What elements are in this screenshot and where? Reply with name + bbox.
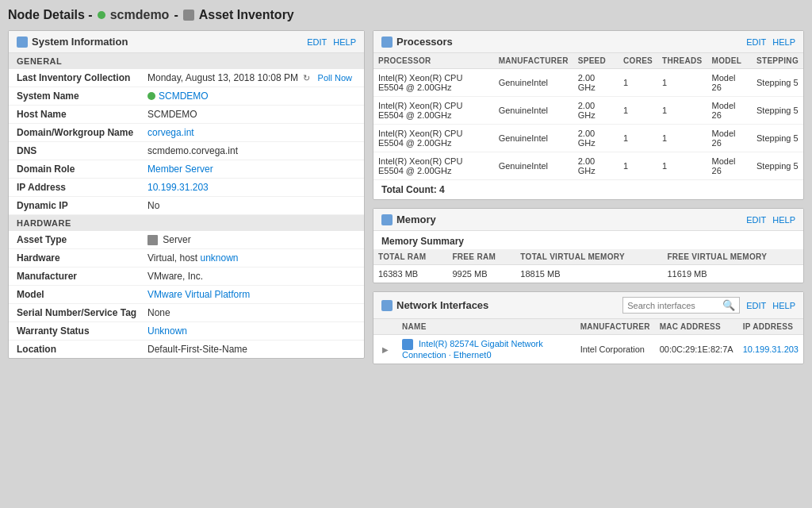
title-text: Node Details -: [8, 8, 93, 22]
asset-type-row: Asset Type Server: [9, 231, 364, 249]
network-edit[interactable]: EDIT: [746, 301, 766, 310]
total-virtual-value: 18815 MB: [515, 265, 662, 283]
total-ram-value: 16383 MB: [373, 265, 447, 283]
last-inventory-row: Last Inventory Collection Monday, August…: [9, 69, 364, 87]
col-stepping: STEPPING: [752, 53, 803, 69]
network-header-row: NAME MANUFACTURER MAC ADDRESS IP ADDRESS: [373, 319, 803, 335]
hardware-link[interactable]: unknown: [200, 252, 238, 264]
right-panel: Processors EDIT HELP PROCESSOR MANUFACTU…: [373, 30, 804, 364]
col-name: [373, 319, 397, 335]
network-mac: 00:0C:29:1E:82:7A: [655, 335, 738, 364]
search-icon: 🔍: [722, 299, 735, 311]
network-search-box[interactable]: 🔍: [622, 297, 740, 314]
dns-value: scmdemo.corvega.int: [147, 145, 356, 156]
processors-help[interactable]: HELP: [772, 37, 795, 47]
memory-title: Memory: [381, 214, 436, 225]
processor-speed: 2.00 GHz: [573, 97, 619, 125]
processors-table: PROCESSOR MANUFACTURER SPEED CORES THREA…: [373, 53, 803, 179]
warranty-label: Warranty Status: [17, 325, 147, 337]
system-info-header: System Information EDIT HELP: [9, 31, 364, 53]
section-name: Asset Inventory: [199, 8, 294, 22]
network-title: Network Interfaces: [381, 299, 488, 311]
memory-data-row: 16383 MB 9925 MB 18815 MB 11619 MB: [373, 265, 803, 283]
processor-name: Intel(R) Xeon(R) CPU E5504 @ 2.00GHz: [373, 152, 494, 180]
memory-header-row: TOTAL RAM FREE RAM TOTAL VIRTUAL MEMORY …: [373, 249, 803, 265]
ip-address-value[interactable]: 10.199.31.203: [147, 182, 356, 193]
serial-label: Serial Number/Service Tag: [17, 307, 147, 318]
col-free-ram: FREE RAM: [447, 249, 515, 265]
processor-stepping: Stepping 5: [752, 69, 803, 97]
host-name-row: Host Name SCMDEMO: [9, 106, 364, 124]
col-threads: THREADS: [657, 53, 707, 69]
free-ram-value: 9925 MB: [447, 265, 515, 283]
col-mac: MAC ADDRESS: [655, 319, 738, 335]
table-row: Intel(R) Xeon(R) CPU E5504 @ 2.00GHz Gen…: [373, 97, 803, 125]
col-total-ram: TOTAL RAM: [373, 249, 447, 265]
domain-value[interactable]: corvega.int: [147, 127, 356, 138]
processor-stepping: Stepping 5: [752, 125, 803, 152]
col-net-manufacturer: MANUFACTURER: [576, 319, 655, 335]
asset-type-label: Asset Type: [17, 234, 147, 245]
poll-now-link[interactable]: Poll Now: [318, 73, 352, 83]
network-interface-icon: [402, 339, 413, 350]
network-icon: [381, 300, 393, 311]
processor-name: Intel(R) Xeon(R) CPU E5504 @ 2.00GHz: [373, 125, 494, 152]
system-info-help[interactable]: HELP: [333, 37, 356, 47]
processor-threads: 1: [657, 125, 707, 152]
network-header-right: 🔍 EDIT HELP: [622, 297, 795, 314]
network-table: NAME MANUFACTURER MAC ADDRESS IP ADDRESS…: [373, 319, 803, 364]
table-row: ▶ Intel(R) 82574L Gigabit Network Connec…: [373, 335, 803, 364]
processor-threads: 1: [657, 97, 707, 125]
hardware-row: Hardware Virtual, host unknown: [9, 249, 364, 267]
warranty-value[interactable]: Unknown: [147, 325, 356, 337]
domain-label: Domain/Workgroup Name: [17, 127, 147, 138]
memory-summary-label: Memory Summary: [373, 231, 803, 249]
network-manufacturer: Intel Corporation: [576, 335, 655, 364]
processor-name: Intel(R) Xeon(R) CPU E5504 @ 2.00GHz: [373, 97, 494, 125]
domain-role-value[interactable]: Member Server: [147, 164, 356, 175]
model-label: Model: [17, 289, 147, 300]
expand-cell[interactable]: ▶: [373, 335, 397, 364]
serial-value: None: [147, 307, 356, 318]
col-total-virtual: TOTAL VIRTUAL MEMORY: [515, 249, 662, 265]
memory-help[interactable]: HELP: [772, 215, 795, 225]
location-row: Location Default-First-Site-Name: [9, 341, 364, 358]
ip-address-label: IP Address: [17, 182, 147, 193]
processors-card: Processors EDIT HELP PROCESSOR MANUFACTU…: [373, 30, 804, 200]
section-icon: [183, 10, 194, 21]
host-name-value: SCMDEMO: [147, 109, 356, 120]
processor-speed: 2.00 GHz: [573, 125, 619, 152]
processors-title: Processors: [381, 36, 453, 48]
network-help[interactable]: HELP: [772, 301, 795, 310]
processor-model: Model 26: [707, 97, 752, 125]
expand-arrow-icon[interactable]: ▶: [382, 345, 389, 354]
system-info-edit[interactable]: EDIT: [307, 37, 327, 47]
processor-threads: 1: [657, 69, 707, 97]
refresh-icon: ↻: [303, 73, 310, 83]
col-cores: CORES: [619, 53, 657, 69]
serial-row: Serial Number/Service Tag None: [9, 304, 364, 322]
system-info-title: System Information: [17, 36, 128, 48]
system-info-actions: EDIT HELP: [307, 37, 356, 47]
processors-actions: EDIT HELP: [746, 37, 795, 47]
processors-edit[interactable]: EDIT: [746, 37, 766, 47]
network-search-input[interactable]: [627, 301, 722, 310]
network-header: Network Interfaces 🔍 EDIT HELP: [373, 292, 803, 319]
dns-row: DNS scmdemo.corvega.int: [9, 142, 364, 160]
domain-role-label: Domain Role: [17, 164, 147, 175]
memory-edit[interactable]: EDIT: [746, 215, 766, 225]
memory-icon: [381, 214, 393, 225]
last-inventory-label: Last Inventory Collection: [17, 72, 147, 83]
network-ip[interactable]: 10.199.31.203: [738, 335, 803, 364]
node-name: scmdemo: [110, 8, 170, 22]
processor-stepping: Stepping 5: [752, 152, 803, 180]
status-dot: [98, 11, 105, 19]
domain-role-row: Domain Role Member Server: [9, 160, 364, 179]
network-card: Network Interfaces 🔍 EDIT HELP: [373, 291, 804, 364]
processors-header: Processors EDIT HELP: [373, 31, 803, 53]
network-name-link[interactable]: Intel(R) 82574L Gigabit Network Connecti…: [402, 339, 543, 360]
processor-manufacturer: GenuineIntel: [494, 125, 573, 152]
model-value[interactable]: VMware Virtual Platform: [147, 289, 356, 300]
col-ip: IP ADDRESS: [738, 319, 803, 335]
dynamic-ip-row: Dynamic IP No: [9, 197, 364, 215]
